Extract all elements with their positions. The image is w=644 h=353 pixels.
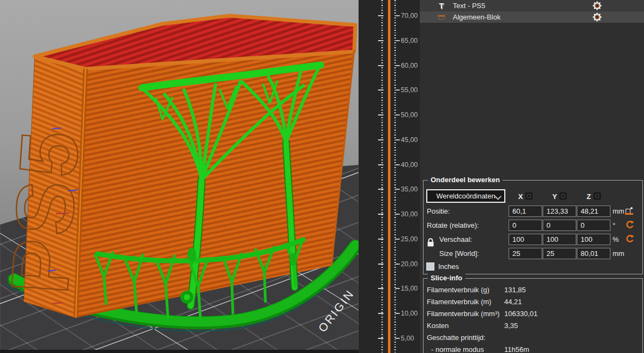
size-unit-label: mm — [613, 248, 625, 259]
axis-header-y: Y — [543, 192, 576, 201]
slice-info-label: Geschatte printtijd: — [427, 333, 485, 342]
ruler-tick-label: 30,00 — [401, 210, 418, 219]
slice-info-label: Filamentverbruik (g) — [427, 286, 490, 294]
slice-info-value: 11h56m — [504, 345, 529, 353]
axis-y-center-icon[interactable] — [560, 192, 567, 200]
ruler-tick-dash — [395, 114, 400, 115]
layer-ruler: 70,0065,0060,0055,0050,0045,0040,0035,00… — [359, 0, 420, 353]
positie-z-input[interactable] — [577, 206, 610, 217]
ruler-tick-label: 10,00 — [401, 309, 418, 318]
ruler-tick-dash — [395, 139, 400, 140]
ruler-tick-label: 50,00 — [401, 111, 418, 119]
checkbox-box-icon — [426, 262, 434, 271]
ruler-tick-dash — [395, 189, 400, 190]
rotate-z-input[interactable] — [577, 220, 610, 231]
model-list-item[interactable]: Algemeen-Blok — [420, 11, 644, 23]
slice-info-value: 44,21 — [504, 298, 522, 306]
coordinate-system-select[interactable]: Wereldcoördinaten — [426, 189, 505, 203]
axis-z-center-icon[interactable] — [594, 192, 601, 200]
layer-slider[interactable] — [388, 0, 391, 353]
size-y-input[interactable] — [543, 248, 576, 259]
size-z-input[interactable] — [577, 248, 610, 259]
model-list-item-label: Text - PS5 — [453, 2, 485, 10]
slice-info-label: - normale modus — [431, 345, 484, 353]
verschaal-unit-label: % — [613, 234, 619, 245]
size-x-input[interactable] — [509, 248, 542, 259]
ruler-tick-label: 70,00 — [401, 11, 418, 20]
rotate-reset-button[interactable] — [625, 220, 634, 230]
verschaal-z-input[interactable] — [577, 234, 610, 245]
ruler-tick-label: 45,00 — [401, 136, 418, 144]
drop-to-bed-button[interactable] — [625, 207, 634, 216]
gear-icon — [592, 1, 602, 11]
positie-label: Positie: — [427, 206, 450, 217]
ruler-tick-column-right — [394, 0, 396, 353]
inches-label: Inches — [438, 262, 459, 271]
ruler-tick-label: 55,00 — [401, 86, 418, 94]
ruler-tick-dash — [395, 89, 400, 91]
axis-x-center-icon[interactable] — [525, 192, 532, 200]
ruler-tick-dash — [395, 264, 400, 265]
slice-info-value: 106330,01 — [504, 310, 537, 318]
side-panel: TText - PS5Algemeen-Blok Onderdeel bewer… — [420, 0, 644, 353]
reset-icon — [625, 220, 634, 229]
ruler-tick-dash — [395, 338, 400, 339]
gear-icon — [592, 12, 602, 22]
slice-info-label: Filamentverbruik (m) — [427, 298, 491, 306]
size-label: Size [World]: — [439, 248, 479, 259]
model-list-item-label: Algemeen-Blok — [453, 13, 500, 21]
ruler-tick-dash — [395, 239, 400, 240]
text-3d-icon: T — [435, 1, 448, 11]
ruler-major-tick — [378, 139, 383, 140]
ruler-tick-label: 35,00 — [401, 185, 418, 194]
drop-to-bed-icon — [625, 207, 634, 215]
slice-info-label: Kosten — [427, 322, 448, 330]
ruler-major-tick — [378, 239, 383, 240]
ruler-tick-dash — [395, 313, 400, 314]
slice-info-label: Filamentverbruik (mm³) — [427, 310, 499, 318]
sliced-model-preview: ORIGIN PS5 — [0, 0, 359, 353]
ruler-major-tick — [378, 338, 383, 339]
scale-lock-icon[interactable] — [427, 238, 434, 247]
verschaal-y-input[interactable] — [543, 234, 576, 245]
edit-part-group: Onderdeel bewerken Wereldcoördinaten XYZ… — [423, 180, 643, 274]
positie-y-input[interactable] — [543, 206, 576, 217]
model-settings-button[interactable] — [592, 12, 602, 22]
ruler-major-tick — [378, 288, 383, 289]
ruler-tick-column-left — [381, 0, 383, 353]
verschaal-reset-button[interactable] — [625, 234, 634, 244]
ruler-major-tick — [378, 65, 383, 66]
ruler-major-tick — [378, 264, 383, 265]
rotate-unit-label: ° — [613, 220, 615, 231]
rotate-x-input[interactable] — [509, 220, 542, 231]
ruler-tick-dash — [395, 214, 400, 215]
ruler-tick-label: 25,00 — [401, 235, 418, 243]
slice-info-value: 3,35 — [504, 322, 518, 330]
ruler-major-tick — [378, 15, 383, 16]
ruler-tick-dash — [395, 65, 400, 66]
positie-unit-label: mm — [613, 206, 625, 217]
ruler-tick-dash — [395, 288, 400, 289]
rotate-y-input[interactable] — [543, 220, 576, 231]
verschaal-label: Verschaal: — [439, 234, 472, 245]
ruler-major-tick — [378, 189, 383, 190]
slicer-app: ORIGIN PS5 — [0, 0, 644, 353]
ruler-tick-label: 20,00 — [401, 260, 418, 268]
inches-checkbox[interactable]: Inches — [426, 262, 459, 271]
text-3d-glyph: T — [439, 1, 444, 10]
model-settings-button[interactable] — [592, 1, 602, 11]
slice-info-group-title: Slice-info — [428, 274, 465, 282]
ruler-tick-label: 15,00 — [401, 284, 418, 293]
ruler-tick-dash — [395, 40, 400, 41]
reset-icon — [625, 234, 634, 243]
slice-info-group: Slice-info Filamentverbruik (g)131,85Fil… — [423, 278, 643, 353]
viewport-3d[interactable]: ORIGIN PS5 — [0, 0, 359, 353]
ruler-tick-dash — [395, 164, 400, 165]
ruler-major-tick — [378, 164, 383, 165]
verschaal-x-input[interactable] — [509, 234, 542, 245]
ruler-major-tick — [378, 313, 383, 314]
model-list-item[interactable]: TText - PS5 — [420, 0, 644, 11]
ruler-major-tick — [378, 89, 383, 91]
positie-x-input[interactable] — [509, 206, 542, 217]
ruler-tick-dash — [395, 15, 400, 16]
